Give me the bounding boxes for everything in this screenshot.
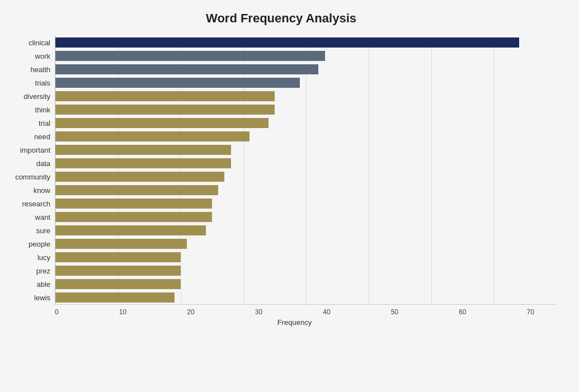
bar [55, 185, 218, 195]
y-axis-label: lewis [6, 294, 50, 301]
y-axis: clinicalworkhealthtrialsdiversitythinktr… [6, 36, 55, 305]
y-axis-label: need [6, 133, 50, 140]
bar [55, 78, 300, 88]
bar [55, 292, 175, 303]
y-axis-label: able [6, 281, 50, 288]
plot-area [55, 36, 557, 305]
bar-row [55, 224, 557, 237]
y-axis-label: think [6, 106, 50, 114]
y-axis-label: community [6, 173, 50, 181]
x-axis-area: 010203040506070 Frequency [55, 305, 557, 327]
bar-row [55, 211, 557, 223]
x-tick-label: 10 [119, 308, 126, 316]
bar [55, 51, 325, 61]
y-axis-label: people [6, 240, 50, 248]
grid-line [494, 36, 495, 304]
x-ticks: 010203040506070 [55, 308, 557, 316]
bar-row [55, 238, 557, 250]
y-axis-label: data [6, 160, 50, 167]
bar [55, 118, 269, 128]
bar-row [55, 103, 557, 116]
bar [55, 239, 187, 249]
x-tick-label: 60 [459, 308, 466, 316]
grid-line [431, 36, 432, 304]
x-tick-label: 0 [55, 308, 59, 316]
y-axis-label: sure [6, 227, 50, 234]
y-axis-label: work [6, 53, 50, 60]
bar-row [55, 90, 557, 102]
x-tick-label: 50 [391, 308, 398, 316]
grid-line [369, 36, 369, 304]
bar-row [55, 117, 557, 129]
x-tick-label: 20 [187, 308, 194, 316]
grid-line [118, 36, 119, 304]
bar-row [55, 50, 557, 62]
bar-row [55, 36, 557, 49]
bar [55, 131, 250, 141]
x-tick-label: 70 [527, 308, 534, 316]
bar-row [55, 144, 557, 156]
grid-line [181, 36, 181, 304]
bar-row [55, 184, 557, 196]
y-axis-label: trials [6, 79, 50, 87]
x-label: Frequency [55, 318, 557, 327]
bar [55, 105, 275, 115]
x-tick-label: 30 [255, 308, 262, 316]
bar [55, 64, 318, 74]
bar [55, 172, 224, 182]
x-tick-label: 40 [323, 308, 330, 316]
bar [55, 37, 519, 48]
chart-container: Word Frequency Analysis clinicalworkheal… [0, 0, 579, 392]
bar [55, 279, 181, 289]
bar-row [55, 171, 557, 183]
bar [55, 145, 231, 155]
grid-lines [55, 36, 557, 304]
grid-line [55, 36, 56, 304]
y-axis-label: research [6, 200, 50, 207]
y-axis-label: important [6, 147, 50, 154]
bar [55, 252, 181, 262]
bar-row [55, 251, 557, 263]
bar [55, 199, 212, 209]
y-axis-label: trial [6, 120, 50, 127]
y-axis-label: know [6, 187, 50, 194]
bar [55, 212, 212, 222]
bar-row [55, 130, 557, 143]
y-axis-label: want [6, 214, 50, 221]
chart-title: Word Frequency Analysis [6, 11, 557, 26]
bar [55, 91, 275, 101]
grid-line [243, 36, 244, 304]
bar-row [55, 77, 557, 89]
y-axis-label: lucy [6, 254, 50, 261]
y-axis-label: prez [6, 267, 50, 275]
chart-area: clinicalworkhealthtrialsdiversitythinktr… [6, 36, 557, 305]
bar-row [55, 63, 557, 75]
bar-row [55, 291, 557, 304]
bar [55, 225, 206, 235]
bar [55, 266, 181, 276]
bar-row [55, 157, 557, 169]
grid-line [306, 36, 307, 304]
bar [55, 158, 231, 168]
bar-row [55, 197, 557, 210]
y-axis-label: health [6, 66, 50, 73]
y-axis-label: clinical [6, 39, 50, 46]
bar-row [55, 265, 557, 277]
bar-row [55, 278, 557, 290]
y-axis-label: diversity [6, 93, 50, 100]
